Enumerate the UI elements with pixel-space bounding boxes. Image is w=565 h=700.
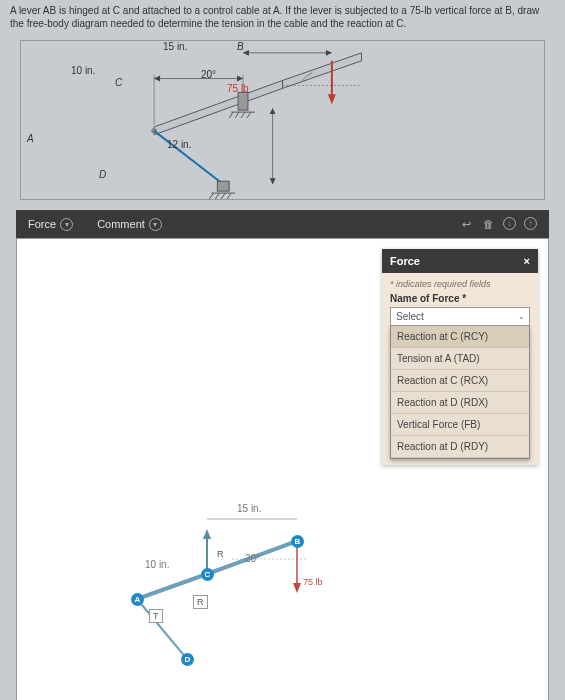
required-hint: * indicates required fields xyxy=(390,279,530,289)
info-up-icon[interactable]: ↑ xyxy=(524,217,537,230)
dim-ac: 10 in. xyxy=(71,65,95,76)
svg-marker-34 xyxy=(203,529,211,539)
node-a[interactable]: A xyxy=(131,593,144,606)
dropdown-option[interactable]: Reaction at C (RCX) xyxy=(391,370,529,392)
dim-height: 12 in. xyxy=(167,139,191,150)
svg-line-5 xyxy=(229,112,233,118)
arrow-down-icon: ▾ xyxy=(60,218,73,231)
fbd-dim-cb: 15 in. xyxy=(237,503,261,514)
svg-line-8 xyxy=(247,112,251,118)
toolbar: Force ▾ Comment ▾ ↩ 🗑 ↓ ↑ xyxy=(16,210,549,238)
force-name-dropdown: Reaction at C (RCY) Tension at A (TAD) R… xyxy=(390,326,530,459)
svg-rect-3 xyxy=(238,92,248,110)
fbd-rcy: R xyxy=(193,595,208,609)
svg-marker-25 xyxy=(326,50,332,56)
panel-title: Force xyxy=(390,255,420,267)
dropdown-option[interactable]: Reaction at C (RCY) xyxy=(391,326,529,348)
comment-tool-label: Comment xyxy=(97,218,145,230)
label-a: A xyxy=(27,133,34,144)
dropdown-option[interactable]: Vertical Force (FB) xyxy=(391,414,529,436)
node-d[interactable]: D xyxy=(181,653,194,666)
svg-marker-21 xyxy=(154,76,160,82)
fbd-dim-angle: 20° xyxy=(245,553,260,564)
chevron-down-icon: ⌄ xyxy=(518,312,525,321)
dim-load: 75 lb xyxy=(227,83,249,94)
panel-header: Force × xyxy=(382,249,538,273)
svg-line-32 xyxy=(137,599,187,659)
force-tool-label: Force xyxy=(28,218,56,230)
undo-icon[interactable]: ↩ xyxy=(459,217,473,231)
fbd-tad: T xyxy=(149,609,163,623)
fbd-load: 75 lb xyxy=(303,577,323,587)
dropdown-option[interactable]: Tension at A (TAD) xyxy=(391,348,529,370)
svg-line-12 xyxy=(209,193,213,199)
close-icon[interactable]: × xyxy=(524,255,530,267)
svg-line-14 xyxy=(221,193,225,199)
node-c[interactable]: C xyxy=(201,568,214,581)
svg-marker-17 xyxy=(328,94,336,104)
svg-line-13 xyxy=(215,193,219,199)
svg-marker-38 xyxy=(293,583,301,593)
svg-line-6 xyxy=(235,112,239,118)
comment-tool-button[interactable]: Comment ▾ xyxy=(97,218,162,231)
arrow-down-icon: ▾ xyxy=(149,218,162,231)
label-d: D xyxy=(99,169,106,180)
svg-marker-22 xyxy=(237,76,243,82)
label-b: B xyxy=(237,41,244,52)
svg-marker-1 xyxy=(283,53,362,89)
svg-line-7 xyxy=(241,112,245,118)
force-tool-button[interactable]: Force ▾ xyxy=(28,218,73,231)
trash-icon[interactable]: 🗑 xyxy=(481,217,495,231)
info-down-icon[interactable]: ↓ xyxy=(503,217,516,230)
dropdown-option[interactable]: Reaction at D (RDX) xyxy=(391,392,529,414)
select-placeholder: Select xyxy=(396,311,424,322)
svg-marker-27 xyxy=(270,108,276,114)
force-properties-panel: Force × * indicates required fields Name… xyxy=(382,249,538,465)
svg-marker-28 xyxy=(270,178,276,184)
name-of-force-label: Name of Force * xyxy=(390,293,530,304)
dim-angle: 20° xyxy=(201,69,216,80)
fbd-sketch: 15 in. 10 in. 20° 75 lb R R T A C B D xyxy=(117,499,337,679)
fbd-rcx: R xyxy=(217,549,224,559)
dim-cb: 15 in. xyxy=(163,41,187,52)
problem-diagram: 10 in. 15 in. 20° 75 lb 12 in. A B C D xyxy=(20,40,545,200)
fbd-dim-ac: 10 in. xyxy=(145,559,169,570)
label-c: C xyxy=(115,77,122,88)
node-b[interactable]: B xyxy=(291,535,304,548)
svg-marker-0 xyxy=(154,81,282,135)
name-of-force-select[interactable]: Select ⌄ xyxy=(390,307,530,326)
problem-statement: A lever AB is hinged at C and attached t… xyxy=(0,0,565,34)
svg-line-15 xyxy=(227,193,231,199)
drawing-canvas[interactable]: 15 in. 10 in. 20° 75 lb R R T A C B D Fo… xyxy=(16,238,549,700)
svg-rect-10 xyxy=(217,181,229,191)
dropdown-option[interactable]: Reaction at D (RDY) xyxy=(391,436,529,458)
